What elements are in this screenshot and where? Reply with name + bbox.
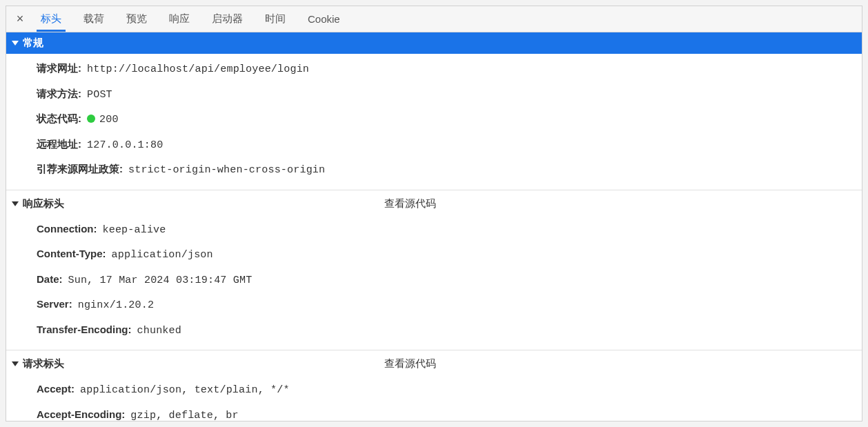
tab-headers[interactable]: 标头 [30,8,72,31]
row-request-url: 请求网址 http://localhost/api/employee/login [6,57,862,82]
label-status-code: 状态代码 [37,111,81,127]
row-referrer-policy: 引荐来源网址政策 strict-origin-when-cross-origin [6,157,862,183]
section-request-headers-body: Accept application/json, text/plain, */*… [6,375,862,421]
row-status-code: 状态代码 200 [6,107,862,132]
section-general-header[interactable]: 常规 [6,32,862,54]
header-row: Connection keep-alive [6,217,862,243]
section-response-headers-body: Connection keep-alive Content-Type appli… [6,215,862,350]
label-request-method: 请求方法 [37,86,81,102]
header-value: Sun, 17 Mar 2024 03:19:47 GMT [68,273,253,289]
view-source-link[interactable]: 查看源代码 [384,197,436,210]
section-request-headers-header[interactable]: 请求标头 查看源代码 [6,350,862,375]
header-key: Accept-Encoding [37,407,125,422]
header-value: keep-alive [103,223,166,239]
chevron-down-icon [12,201,19,206]
tab-timing[interactable]: 时间 [254,8,297,31]
close-icon[interactable]: × [10,10,30,28]
header-row: Accept application/json, text/plain, */* [6,377,862,403]
section-response-headers-title: 响应标头 [23,197,64,210]
tab-initiator[interactable]: 启动器 [201,8,254,31]
header-value: application/json [112,248,213,264]
header-value: gzip, deflate, br [130,408,238,422]
header-key: Date [37,272,63,288]
section-request-headers: 请求标头 查看源代码 Accept application/json, text… [6,350,862,421]
value-referrer-policy: strict-origin-when-cross-origin [128,163,325,179]
header-value: application/json, text/plain, */* [80,383,290,399]
status-code-text: 200 [99,114,119,126]
label-request-url: 请求网址 [37,61,81,77]
header-row: Content-Type application/json [6,242,862,268]
chevron-down-icon [12,361,19,366]
label-remote-address: 远程地址 [37,137,81,152]
header-row: Server nginx/1.20.2 [6,292,862,318]
chevron-down-icon [12,41,19,46]
header-row: Transfer-Encoding chunked [6,318,862,344]
tab-preview[interactable]: 预览 [115,8,158,31]
row-remote-address: 远程地址 127.0.0.1:80 [6,132,862,158]
value-request-method: POST [87,88,112,103]
section-request-headers-title: 请求标头 [23,357,64,370]
header-value: nginx/1.20.2 [78,298,154,314]
header-key: Connection [37,221,97,237]
view-source-link[interactable]: 查看源代码 [384,357,436,370]
section-response-headers-header[interactable]: 响应标头 查看源代码 [6,190,862,215]
header-key: Transfer-Encoding [37,322,132,338]
section-response-headers: 响应标头 查看源代码 Connection keep-alive Content… [6,190,862,350]
header-value: chunked [137,324,181,339]
header-key: Accept [37,381,75,397]
header-key: Content-Type [37,246,106,262]
value-status-code: 200 [87,112,119,128]
row-request-method: 请求方法 POST [6,82,862,108]
header-key: Server [37,297,72,312]
tab-cookies[interactable]: Cookie [297,8,351,30]
status-dot-icon [87,115,95,123]
tab-payload[interactable]: 载荷 [72,8,115,31]
section-general-body: 请求网址 http://localhost/api/employee/login… [6,54,862,190]
value-remote-address: 127.0.0.1:80 [87,138,163,154]
tabbar: × 标头 载荷 预览 响应 启动器 时间 Cookie [6,6,862,32]
label-referrer-policy: 引荐来源网址政策 [37,161,123,177]
header-row: Date Sun, 17 Mar 2024 03:19:47 GMT [6,268,862,293]
header-row: Accept-Encoding gzip, deflate, br [6,403,862,422]
network-detail-panel: × 标头 载荷 预览 响应 启动器 时间 Cookie 常规 请求网址 http… [6,6,862,421]
value-request-url: http://localhost/api/employee/login [87,62,309,78]
tab-response[interactable]: 响应 [158,8,201,31]
section-general-title: 常规 [23,37,43,50]
